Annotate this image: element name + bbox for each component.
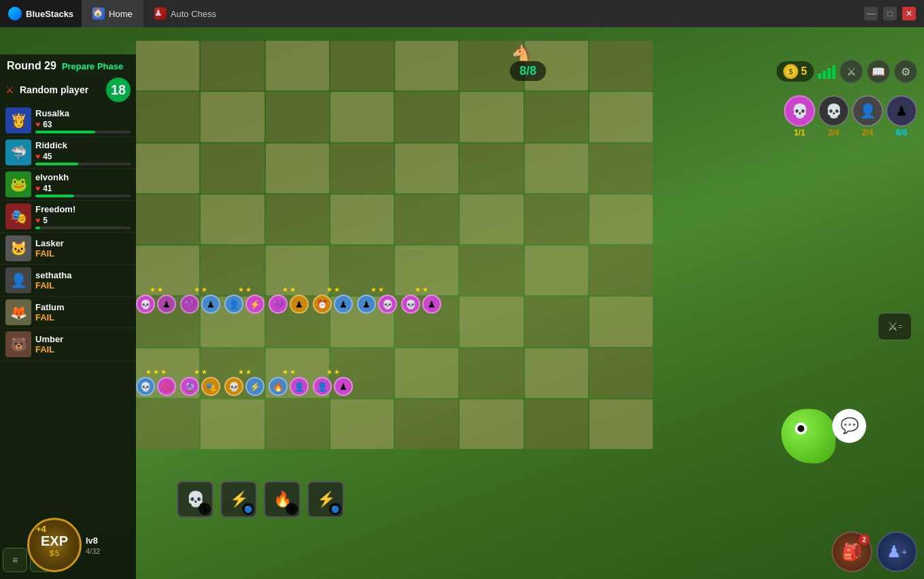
board-cell[interactable] [460, 92, 523, 142]
book-hud-button[interactable]: 📖 [867, 60, 890, 83]
player-list-item[interactable]: 🐻 Umber FAIL [0, 329, 136, 361]
synergy-item[interactable]: 👤 2/4 [852, 95, 883, 137]
trait-badge: ♟ [157, 295, 176, 314]
board-cell[interactable] [589, 195, 653, 244]
board-cell[interactable] [395, 144, 458, 193]
exp-button[interactable]: +4 EXP $ 5 [27, 518, 82, 572]
board-cell[interactable] [525, 399, 588, 449]
game-tab[interactable]: ♟ Auto Chess [143, 0, 227, 27]
close-button[interactable]: ✕ [902, 7, 916, 20]
player-name: Rusalka [35, 108, 131, 118]
board-cell[interactable] [136, 144, 199, 193]
battlefield-unit[interactable]: ★★ 💀⚡ [224, 368, 264, 396]
synergy-item[interactable]: 💀 1/1 [784, 95, 815, 137]
board-cell[interactable] [589, 41, 653, 90]
battlefield-unit[interactable]: ★ ★ 💜♟ [180, 286, 220, 314]
bag-button[interactable]: 🎒 2 [832, 531, 872, 572]
battlefield-unit[interactable]: ★ ★ 💀♟ [401, 286, 441, 314]
battlefield-unit[interactable]: ★★ 👤♟ [313, 368, 353, 396]
board-cell[interactable] [525, 195, 588, 244]
unit-stars: ★ ★ [371, 286, 384, 293]
star-icon: ★ [326, 286, 332, 293]
trait-badge: 💀 [224, 377, 243, 396]
maximize-button[interactable]: □ [883, 7, 897, 20]
board-cell[interactable] [201, 399, 264, 449]
hp-heart-icon: ♥ [35, 184, 40, 193]
board-cell[interactable] [589, 144, 653, 193]
player-fail-label: FAIL [35, 344, 131, 354]
board-cell[interactable] [201, 92, 264, 142]
board-cell[interactable] [330, 399, 394, 449]
add-chess-button[interactable]: ♟+ [876, 531, 917, 572]
board-cell[interactable] [460, 195, 523, 244]
board-cell[interactable] [266, 92, 329, 142]
board-cell[interactable] [136, 92, 199, 142]
battlefield-unit[interactable]: ★★★ 💀🚫 [136, 368, 176, 396]
board-cell[interactable] [136, 41, 199, 90]
board-cell[interactable] [201, 41, 264, 90]
battlefield-unit[interactable]: ★ ★ 💜♟ [269, 286, 309, 314]
player-list-item[interactable]: 🐸 elvonkh ♥ 41 [0, 169, 136, 201]
battlefield-unit[interactable]: ★★ 🔥👤 [269, 368, 309, 396]
board-cell[interactable] [266, 144, 329, 193]
board-cell[interactable] [266, 399, 329, 449]
synergy-item[interactable]: 💀 2/4 [818, 95, 849, 137]
unit-trait-badge: ♟ [199, 503, 211, 515]
player-list: 👸 Rusalka ♥ 63 🦈 Riddick [0, 105, 136, 361]
star-icon: ★ [146, 368, 152, 376]
board-cell[interactable] [525, 144, 588, 193]
board-cell[interactable] [330, 92, 394, 142]
gold-coin-icon: $ [783, 64, 798, 79]
star-icon: ★ [194, 286, 200, 293]
board-cell[interactable] [330, 195, 394, 244]
player-hp: ♥ 45 [35, 152, 131, 161]
board-cell[interactable] [136, 399, 199, 449]
board-cell[interactable] [266, 41, 329, 90]
board-cell[interactable] [201, 195, 264, 244]
combo-button[interactable]: ⚔= [878, 313, 912, 340]
player-list-item[interactable]: 🦈 Riddick ♥ 45 [0, 137, 136, 169]
synergy-item[interactable]: ♟ 6/6 [886, 95, 917, 137]
player-list-item[interactable]: 👤 sethatha FAIL [0, 265, 136, 297]
reserve-unit[interactable]: 🔥 ⚔ [264, 481, 301, 518]
reserve-unit[interactable]: ⚡ 🔵 [307, 481, 344, 518]
battlefield-unit[interactable]: ★ ★ 👤⚡ [224, 286, 264, 314]
board-cell[interactable] [395, 92, 458, 142]
board-cell[interactable] [589, 92, 653, 142]
bag-count-badge: 2 [859, 534, 870, 545]
board-cell[interactable] [201, 144, 264, 193]
board-cell[interactable] [266, 195, 329, 244]
board-cell[interactable] [136, 195, 199, 244]
board-cell[interactable] [395, 399, 458, 449]
battlefield-row-2: ★★★ 💀🚫 ★★ 🔮🎭 ★★ 💀⚡ ★★ 🔥👤 [136, 368, 646, 396]
troop-counter: 8/8 [510, 61, 546, 81]
reserve-unit[interactable]: 💀 ♟ [177, 481, 213, 518]
board-cell[interactable] [460, 399, 523, 449]
board-cell[interactable] [395, 41, 458, 90]
menu-button[interactable]: ≡ [3, 548, 27, 572]
battlefield-unit[interactable]: ★ ★ ♟💀 [357, 286, 397, 314]
board-cell[interactable] [460, 144, 523, 193]
board-cell[interactable] [330, 144, 394, 193]
home-tab[interactable]: 🏠 Home [82, 0, 143, 27]
board-cell[interactable] [395, 195, 458, 244]
player-list-item[interactable]: 🎭 Freedom! ♥ 5 [0, 201, 136, 233]
battlefield-unit[interactable]: ★ ★ 💀♟ [136, 286, 176, 314]
board-cell[interactable] [330, 41, 394, 90]
chat-bubble-button[interactable]: 💬 [832, 409, 866, 443]
reserve-unit[interactable]: ⚡ 🔵 [220, 481, 257, 518]
settings-button[interactable]: ⚙ [894, 60, 917, 83]
board-cell[interactable] [525, 92, 588, 142]
mascot-eye [795, 423, 807, 435]
player-list-item[interactable]: 👸 Rusalka ♥ 63 [0, 105, 136, 137]
player-list-item[interactable]: 🦊 Fatlum FAIL [0, 297, 136, 329]
minimize-button[interactable]: — [864, 7, 878, 20]
player-list-item[interactable]: 🐱 Lasker FAIL [0, 233, 136, 265]
battlefield-unit[interactable]: ★★ 🔮🎭 [180, 368, 220, 396]
prepare-phase-label: Prepare Phase [62, 61, 123, 71]
swords-hud-button[interactable]: ⚔ [840, 60, 863, 83]
battlefield-unit[interactable]: ★ ★ ⏰♟ [313, 286, 353, 314]
signal-bar-4 [832, 65, 836, 79]
star-icon: ★ [282, 286, 288, 293]
board-cell[interactable] [589, 399, 653, 449]
